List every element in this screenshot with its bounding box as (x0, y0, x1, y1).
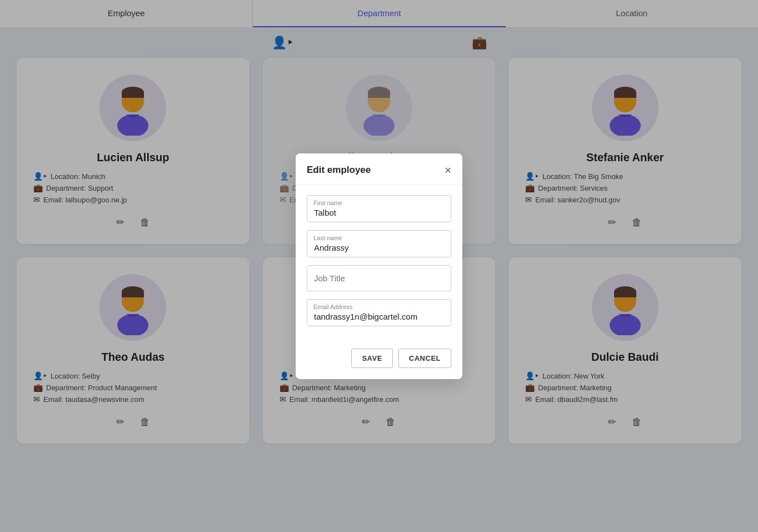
email-group: Email Address (307, 299, 451, 326)
last-name-group: Last name (307, 230, 451, 257)
modal-body: First name Last name Email Address (296, 185, 462, 344)
edit-employee-modal: Edit employee × First name Last name Ema… (296, 153, 462, 379)
job-title-group (307, 265, 451, 291)
modal-overlay[interactable]: Edit employee × First name Last name Ema… (0, 0, 758, 532)
modal-header: Edit employee × (296, 153, 462, 185)
last-name-input[interactable] (307, 230, 451, 257)
save-button[interactable]: SAVE (351, 349, 392, 368)
email-input[interactable] (307, 299, 451, 326)
modal-close-button[interactable]: × (445, 165, 451, 176)
first-name-input[interactable] (307, 195, 451, 222)
modal-footer: SAVE CANCEL (296, 344, 462, 379)
first-name-group: First name (307, 195, 451, 222)
cancel-button[interactable]: CANCEL (398, 349, 451, 368)
modal-title: Edit employee (307, 165, 371, 176)
job-title-input[interactable] (307, 265, 451, 291)
